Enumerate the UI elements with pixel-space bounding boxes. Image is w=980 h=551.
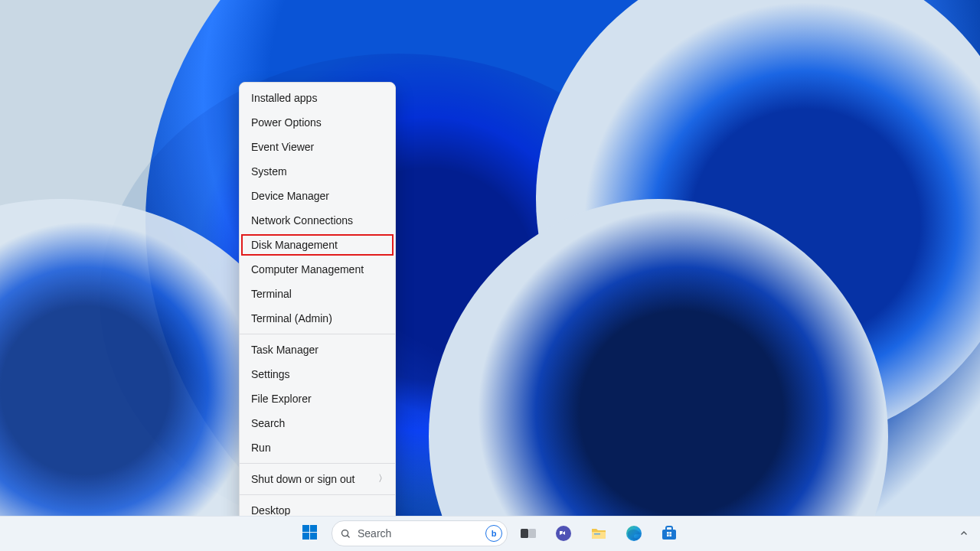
menu-item-label: File Explorer <box>251 393 312 405</box>
menu-separator <box>240 463 395 464</box>
menu-separator <box>240 494 395 495</box>
task-view-icon <box>519 524 537 543</box>
search-placeholder: Search <box>358 527 479 540</box>
taskbar-search[interactable]: Search b <box>332 520 508 546</box>
microsoft-store-button[interactable] <box>655 519 684 548</box>
menu-item-disk-management[interactable]: Disk Management <box>240 233 395 257</box>
windows-logo-icon <box>302 525 319 542</box>
menu-item-file-explorer[interactable]: File Explorer <box>240 386 395 411</box>
menu-item-label: Desktop <box>251 504 290 517</box>
menu-item-settings[interactable]: Settings <box>240 362 395 386</box>
menu-item-task-manager[interactable]: Task Manager <box>240 337 395 362</box>
svg-rect-6 <box>594 533 600 535</box>
menu-item-power-options[interactable]: Power Options <box>240 110 395 135</box>
svg-rect-12 <box>669 534 671 536</box>
menu-item-terminal[interactable]: Terminal <box>240 282 395 306</box>
menu-item-installed-apps[interactable]: Installed apps <box>240 86 395 110</box>
svg-rect-11 <box>667 534 669 536</box>
menu-item-label: System <box>251 165 287 178</box>
task-view-button[interactable] <box>514 519 543 548</box>
menu-item-event-viewer[interactable]: Event Viewer <box>240 135 395 159</box>
chevron-right-icon: 〉 <box>378 471 387 485</box>
menu-item-label: Terminal <box>251 288 292 300</box>
edge-button[interactable] <box>619 519 648 548</box>
menu-item-system[interactable]: System <box>240 159 395 184</box>
tray-overflow-button[interactable] <box>954 523 974 543</box>
menu-item-terminal-admin[interactable]: Terminal (Admin) <box>240 306 395 331</box>
menu-item-label: Network Connections <box>251 214 353 227</box>
menu-item-search[interactable]: Search <box>240 411 395 435</box>
menu-item-label: Shut down or sign out <box>251 473 354 485</box>
menu-item-label: Installed apps <box>251 92 317 104</box>
start-context-menu: Installed apps Power Options Event Viewe… <box>239 82 396 527</box>
menu-item-label: Task Manager <box>251 344 318 356</box>
menu-item-label: Disk Management <box>251 239 338 251</box>
menu-item-label: Computer Management <box>251 263 364 276</box>
taskbar: Search b <box>0 516 980 551</box>
chat-button[interactable] <box>549 519 578 548</box>
svg-rect-10 <box>669 532 671 534</box>
desktop-wallpaper <box>0 0 980 551</box>
menu-separator <box>240 334 395 334</box>
svg-line-1 <box>348 535 350 537</box>
menu-item-label: Terminal (Admin) <box>251 312 332 324</box>
menu-item-label: Search <box>251 417 285 429</box>
svg-rect-9 <box>667 532 669 534</box>
svg-rect-8 <box>662 530 676 540</box>
search-icon <box>340 528 351 540</box>
taskbar-center: Search b <box>296 516 684 551</box>
file-explorer-button[interactable] <box>584 519 613 548</box>
svg-rect-5 <box>592 532 606 539</box>
menu-item-label: Power Options <box>251 116 322 129</box>
menu-item-device-manager[interactable]: Device Manager <box>240 184 395 208</box>
system-tray <box>954 516 974 551</box>
edge-icon <box>625 524 643 543</box>
folder-icon <box>590 524 608 543</box>
menu-item-label: Settings <box>251 368 290 380</box>
svg-point-0 <box>342 530 348 536</box>
menu-item-shutdown-signout[interactable]: Shut down or sign out 〉 <box>240 467 395 491</box>
menu-item-label: Device Manager <box>251 190 329 202</box>
chevron-up-icon <box>959 529 969 538</box>
menu-item-run[interactable]: Run <box>240 435 395 460</box>
menu-item-computer-management[interactable]: Computer Management <box>240 257 395 282</box>
start-button[interactable] <box>296 519 325 548</box>
bing-icon: b <box>485 525 502 542</box>
store-icon <box>660 524 678 543</box>
chat-icon <box>554 524 573 543</box>
svg-rect-2 <box>521 529 528 538</box>
svg-rect-3 <box>529 529 537 538</box>
menu-item-label: Event Viewer <box>251 141 314 153</box>
menu-item-network-connections[interactable]: Network Connections <box>240 208 395 233</box>
menu-item-label: Run <box>251 442 271 454</box>
